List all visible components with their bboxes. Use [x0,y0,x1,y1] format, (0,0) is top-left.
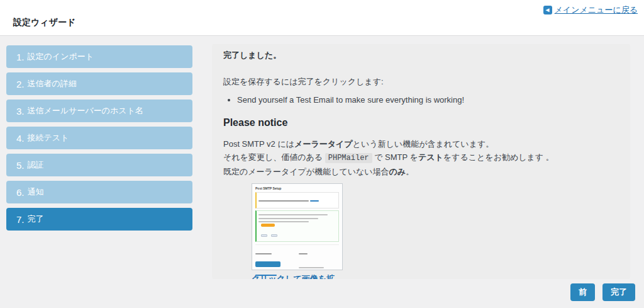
thumb-columns: ↖ [255,244,339,279]
setup-screenshot-thumbnail[interactable]: Post SMTP Setup ↖ [252,183,343,270]
page-title: 設定ウィザード [13,17,75,28]
notice-text: で SMTP を [372,152,418,162]
thumb-paypal-badge [261,234,267,237]
step-number: 4. [16,133,25,144]
step-label: 通知 [28,186,44,198]
thumb-donate-notice [255,210,339,242]
thumb-text-bar [258,221,309,222]
step-label: 送信者の詳細 [28,78,77,89]
thumb-start-wizard-button [255,261,280,267]
completed-heading: 完了しました。 [223,50,619,61]
phpmailer-code-chip: PHPMailer [325,153,372,163]
wizard-content-panel: 完了しました。 設定を保存するには完了をクリックします: Send yourse… [212,44,630,279]
list-item: Send yourself a Test Email to make sure … [237,95,619,105]
step-number: 1. [16,52,25,62]
step-notifications[interactable]: 6. 通知 [6,181,192,203]
notice-text: それを変更し、価値のある [223,152,325,162]
wizard-header: 設定ウィザード ◄ メインメニューに戻る [0,0,644,36]
notice-text: 。 [406,167,414,176]
thumb-link-bar [310,200,319,202]
thumb-actions-column [299,248,339,279]
step-label: 完了 [28,214,44,225]
wizard-nav-actions: 前 完了 [570,283,635,301]
step-number: 6. [16,187,25,198]
step-number: 2. [16,79,25,89]
step-number: 7. [16,214,25,225]
step-import-settings[interactable]: 1. 設定のインポート [6,45,192,68]
thumb-configuration-column: ↖ [255,248,296,279]
thumb-version-notice [255,192,339,208]
step-smtp-hostname[interactable]: 3. 送信メールサーバーのホスト名 [6,100,192,122]
wizard-steps-sidebar: 1. 設定のインポート 2. 送信者の詳細 3. 送信メールサーバーのホスト名 … [6,45,192,235]
thumb-text-bar [258,218,318,219]
notice-bold-mailer-type: メーラータイプ [294,139,353,149]
save-instruction-text: 設定を保存するには完了をクリックします: [223,76,619,88]
step-number: 3. [16,106,25,117]
arrow-left-icon: ◄ [543,6,552,14]
step-connectivity-test[interactable]: 4. 接続テスト [6,127,192,149]
notice-text: という新しい機能が含まれています。 [353,139,494,149]
step-authentication[interactable]: 5. 認証 [6,154,192,176]
finish-button[interactable]: 完了 [602,283,635,301]
step-finish[interactable]: 7. 完了 [6,208,192,231]
tips-list: Send yourself a Test Email to make sure … [237,95,619,105]
step-label: 送信メールサーバーのホスト名 [28,105,143,117]
please-notice-heading: Please notice [223,117,619,128]
notice-text: をすることをお勧めします 。 [443,152,554,162]
step-label: 設定のインポート [28,51,94,62]
notice-text: 既定のメーラータイプが機能していない場合 [223,167,389,176]
notice-paragraph: Post SMTP v2 にはメーラータイプという新しい機能が含まれています。 … [223,137,619,178]
thumb-heading-bar [299,253,308,254]
thumb-link-bar [255,275,277,276]
thumb-page-title: Post SMTP Setup [255,186,339,190]
thumb-text-bar [258,214,328,215]
previous-button[interactable]: 前 [570,283,595,301]
step-number: 5. [16,160,25,171]
back-to-main-menu-link[interactable]: メインメニューに戻る [555,4,638,16]
step-sender-details[interactable]: 2. 送信者の詳細 [6,72,192,95]
step-label: 認証 [28,159,44,171]
step-label: 接続テスト [28,132,69,144]
notice-text: Post SMTP v2 には [223,139,294,149]
thumbnail-block: Post SMTP Setup ↖ [252,183,343,279]
back-to-main-menu[interactable]: ◄ メインメニューに戻る [543,4,638,16]
thumb-text-bar [299,267,324,268]
notice-bold-only: のみ [389,167,406,176]
thumb-donate-button [261,224,275,227]
thumb-card-badge [271,234,277,237]
thumb-heading-bar [255,253,272,254]
notice-bold-test: テスト [418,152,443,162]
thumb-text-bar [258,200,309,202]
